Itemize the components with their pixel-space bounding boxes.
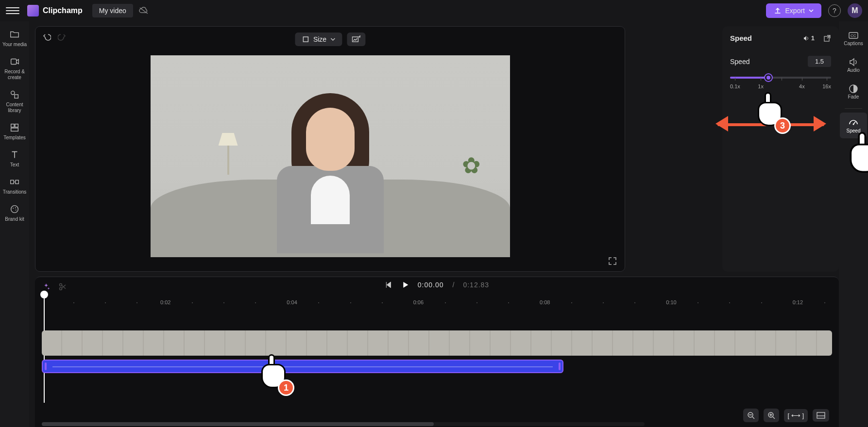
crop-icon (302, 35, 309, 43)
svg-rect-3 (11, 124, 14, 127)
sidebar-item-label: Text (10, 162, 19, 168)
audio-clip[interactable] (42, 360, 563, 373)
redo-button[interactable] (58, 33, 67, 41)
clipchamp-logo-icon (27, 5, 39, 16)
timeline-scrollbar[interactable] (42, 422, 645, 426)
svg-text:CC: CC (851, 33, 856, 38)
split-button[interactable] (58, 282, 67, 291)
templates-icon (9, 122, 20, 133)
record-icon (9, 56, 20, 67)
svg-rect-0 (11, 59, 17, 65)
cc-icon: CC (848, 30, 859, 41)
time-ruler[interactable]: 0:02 0:04 0:06 0:08 0:10 0:12 (42, 296, 832, 311)
preview-panel: Size ✿ (35, 26, 625, 272)
size-button[interactable]: Size (295, 33, 342, 46)
svg-point-8 (11, 206, 18, 213)
current-time: 0:00.00 (418, 281, 444, 289)
text-icon (9, 149, 20, 160)
sidebar-text[interactable]: Text (1, 146, 28, 172)
zoom-out-button[interactable] (743, 409, 759, 422)
svg-rect-5 (11, 128, 18, 131)
svg-point-20 (60, 288, 62, 290)
video-preview[interactable]: ✿ (151, 55, 510, 257)
speed-value-input[interactable]: 1.5 (808, 56, 831, 67)
svg-rect-23 (817, 412, 825, 418)
app-name: Clipchamp (43, 6, 83, 15)
shapes-icon (9, 89, 20, 100)
hamburger-menu[interactable] (6, 4, 19, 17)
chevron-down-icon (809, 8, 814, 13)
tick-label: 16x (822, 83, 831, 89)
magic-button[interactable] (42, 282, 51, 291)
svg-rect-7 (16, 180, 18, 183)
tick-label: 4x (799, 83, 805, 89)
audio-icon (802, 35, 809, 42)
sidebar-templates[interactable]: Templates (1, 118, 28, 145)
sidebar-item-label: Content library (1, 102, 28, 114)
play-button[interactable] (401, 281, 409, 289)
tab-speed[interactable]: Speed (840, 113, 867, 138)
panel-title: Speed (730, 34, 752, 42)
sidebar-brand-kit[interactable]: Brand kit (1, 200, 28, 226)
svg-point-10 (15, 207, 16, 208)
popout-button[interactable] (823, 34, 831, 42)
sidebar-item-label: Transitions (3, 189, 27, 195)
timeline-view-button[interactable] (813, 409, 829, 422)
image-export-icon (352, 35, 360, 43)
project-title[interactable]: My video (92, 4, 133, 17)
svg-rect-4 (15, 124, 18, 127)
size-label: Size (313, 35, 326, 43)
tab-fade[interactable]: Fade (840, 79, 867, 104)
svg-point-11 (16, 210, 17, 211)
zoom-in-button[interactable] (764, 409, 779, 422)
palette-icon (9, 204, 20, 214)
folder-icon (9, 29, 20, 40)
sidebar-item-label: Brand kit (5, 216, 24, 222)
svg-rect-6 (11, 180, 14, 183)
video-clip[interactable] (42, 330, 832, 356)
transitions-icon (9, 177, 20, 187)
app-logo[interactable]: Clipchamp (27, 5, 83, 16)
export-label: Export (785, 7, 805, 15)
svg-point-19 (60, 284, 62, 286)
tick-label: 0.1x (730, 83, 740, 89)
speed-slider[interactable]: 0.1x 1x 4x 16x (730, 77, 831, 89)
svg-rect-12 (303, 37, 308, 42)
upload-icon (774, 7, 782, 15)
audio-track-count[interactable]: 1 (802, 34, 815, 42)
left-sidebar: Your media Record & create Content libra… (0, 21, 29, 427)
svg-rect-13 (352, 37, 358, 42)
fade-icon (848, 83, 859, 94)
svg-rect-2 (15, 95, 18, 98)
sidebar-content-library[interactable]: Content library (1, 85, 28, 117)
right-sidebar: CC Captions Audio Fade Speed (839, 21, 868, 427)
sidebar-transitions[interactable]: Transitions (1, 173, 28, 199)
speed-panel: Speed 1 Speed 1.5 0.1x 1x 4x 16x (722, 26, 839, 272)
undo-button[interactable] (42, 33, 51, 41)
cloud-sync-icon (139, 7, 149, 15)
sidebar-item-label: Your media (2, 42, 27, 48)
export-button[interactable]: Export (766, 3, 821, 18)
sidebar-record-create[interactable]: Record & create (1, 52, 28, 84)
fullscreen-button[interactable] (608, 257, 617, 265)
speed-label: Speed (730, 58, 749, 66)
speaker-icon (848, 57, 859, 67)
sidebar-item-label: Templates (3, 135, 26, 141)
avatar[interactable]: M (848, 3, 862, 18)
prev-button[interactable] (385, 281, 392, 289)
tab-audio[interactable]: Audio (840, 52, 867, 78)
svg-point-18 (853, 124, 854, 125)
svg-point-1 (11, 91, 15, 95)
slider-thumb[interactable] (765, 74, 772, 81)
zoom-fit-button[interactable]: [ ⟷ ] (784, 409, 808, 422)
chevron-down-icon (330, 37, 335, 42)
speedometer-icon (848, 117, 859, 128)
tab-captions[interactable]: CC Captions (840, 25, 867, 51)
svg-point-9 (13, 208, 14, 209)
total-time: 0:12.83 (463, 281, 489, 289)
export-frame-button[interactable] (347, 33, 365, 46)
sidebar-item-label: Record & create (1, 69, 28, 81)
sidebar-your-media[interactable]: Your media (1, 25, 28, 51)
help-button[interactable]: ? (828, 4, 841, 17)
tick-label: 1x (758, 83, 764, 89)
